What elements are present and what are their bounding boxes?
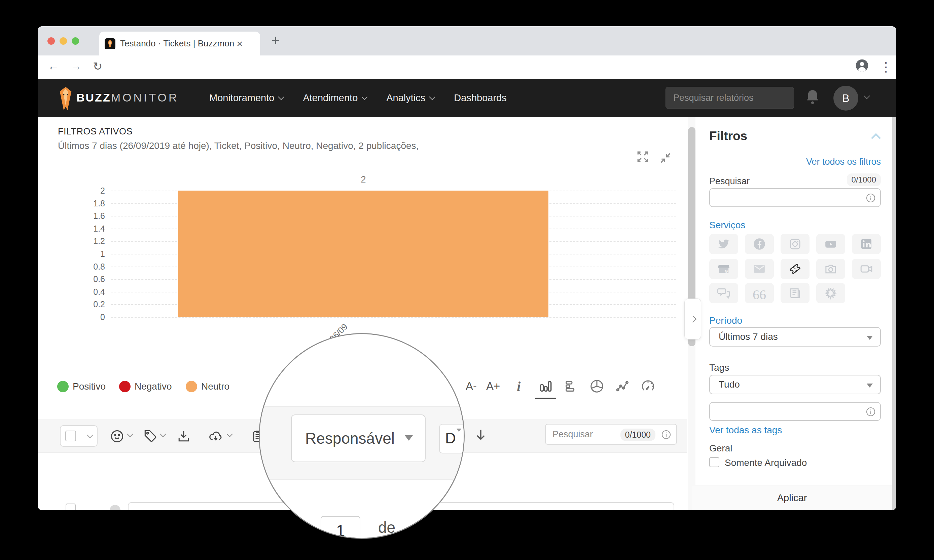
y-tick-label: 0.8 [82, 262, 105, 272]
legend-item-neutro[interactable]: Neutro [186, 377, 230, 397]
menu-monitoramento[interactable]: Monitoramento [209, 92, 283, 103]
new-tab-button[interactable]: + [271, 33, 280, 48]
sentiment-smiley-icon[interactable] [110, 429, 125, 445]
svg-text:G: G [725, 269, 728, 273]
service-icon-linkedin[interactable] [852, 234, 881, 254]
maximize-window-button[interactable] [72, 37, 79, 45]
font-decrease-button[interactable]: A- [466, 380, 477, 392]
partial-dropdown[interactable]: D [439, 424, 465, 454]
tags-section-label: Tags [709, 362, 729, 373]
font-increase-button[interactable]: A+ [486, 380, 500, 392]
select-all-checkbox[interactable] [65, 431, 76, 442]
chevron-down-icon[interactable] [160, 431, 166, 437]
select-all-dropdown[interactable] [60, 425, 97, 447]
page-number-box[interactable]: 1 [321, 516, 360, 539]
chart-type-bar-icon[interactable] [538, 378, 553, 394]
user-avatar[interactable]: B [834, 86, 858, 111]
service-icon-instagram[interactable] [781, 234, 809, 254]
reload-icon[interactable]: ↻ [93, 60, 103, 73]
tab-title: Testando · Tickets | Buzzmonit [120, 38, 235, 49]
info-icon[interactable] [865, 406, 876, 418]
collapse-filters-chevron-up-icon[interactable] [871, 133, 881, 143]
menu-atendimento[interactable]: Atendimento [303, 92, 367, 103]
cloud-download-icon[interactable] [208, 429, 224, 445]
y-tick-label: 0 [82, 312, 105, 322]
active-filters-title: FILTROS ATIVOS [58, 126, 133, 137]
expand-chart-icon[interactable] [635, 149, 650, 165]
tickets-search-input[interactable] [552, 426, 617, 442]
close-tab-icon[interactable]: × [236, 38, 243, 49]
legend-item-negativo[interactable]: Negativo [119, 377, 172, 397]
service-icon-ticket[interactable] [781, 259, 809, 279]
tags-select[interactable]: Tudo [709, 375, 881, 394]
tags-search-input[interactable] [709, 402, 881, 421]
service-icon-twitter[interactable] [709, 234, 738, 254]
scroll-down-arrow-icon[interactable] [473, 427, 489, 444]
browser-menu-icon[interactable]: ⋮ [880, 60, 892, 74]
chevron-down-icon[interactable] [227, 431, 233, 437]
chevron-down-icon[interactable] [127, 431, 133, 437]
collapse-chart-icon[interactable] [659, 151, 672, 166]
chart-controls: A- A+ i [466, 375, 656, 397]
chevron-right-icon [689, 315, 696, 322]
chart-info-icon[interactable]: i [517, 378, 520, 394]
tag-icon[interactable] [143, 429, 157, 445]
row-checkbox[interactable] [66, 503, 76, 510]
service-icon-facebook[interactable] [745, 234, 774, 254]
browser-tab[interactable]: Testando · Tickets | Buzzmonit × [99, 32, 260, 55]
menu-analytics[interactable]: Analytics [386, 92, 434, 103]
info-icon[interactable] [865, 192, 876, 205]
view-all-tags-link[interactable]: Ver todas as tags [709, 425, 782, 435]
service-icon-chat[interactable] [709, 283, 738, 303]
service-icon-video[interactable] [852, 259, 881, 279]
app-navbar: BUZZMONITOR Monitoramento Atendimento An… [38, 79, 896, 117]
sidebar-collapse-handle[interactable] [684, 298, 701, 340]
legend-item-positivo[interactable]: Positivo [57, 377, 106, 397]
tickets-search-box: 0/1000 [545, 424, 677, 445]
triangle-down-icon [867, 383, 873, 388]
archived-only-checkbox[interactable] [709, 457, 719, 467]
service-icon-email[interactable] [745, 259, 774, 279]
notifications-bell-icon[interactable] [804, 88, 821, 109]
ticket-avatar [110, 505, 120, 510]
brand-wordmark: BUZZMONITOR [76, 91, 179, 104]
period-select[interactable]: Últimos 7 dias [709, 327, 881, 346]
service-icon-camera[interactable] [816, 259, 845, 279]
reports-search-input[interactable] [665, 87, 794, 109]
service-icon-burst[interactable] [816, 283, 845, 303]
forward-icon[interactable]: → [70, 60, 82, 72]
view-all-filters-link[interactable]: Ver todos os filtros [806, 157, 881, 167]
sidebar-search-input[interactable] [709, 188, 881, 207]
back-icon[interactable]: ← [48, 60, 59, 72]
service-icon-quotes[interactable]: 66 [745, 283, 774, 303]
active-filters-summary: Últimos 7 dias (26/09/2019 até hoje), Ti… [58, 140, 418, 151]
account-chevron-down-icon[interactable] [864, 93, 870, 99]
info-icon[interactable] [661, 429, 672, 442]
service-icon-google-business[interactable]: G [709, 259, 738, 279]
page-scrollbar[interactable] [892, 117, 896, 510]
download-icon[interactable] [176, 429, 191, 445]
buzzmonitor-logo-icon [58, 86, 73, 111]
menu-dashboards[interactable]: Dashboards [454, 92, 506, 103]
chart-type-horizontal-bar-icon[interactable] [563, 378, 579, 394]
filters-sidebar: Filtros Ver todos os filtros Pesquisar 0… [709, 117, 881, 510]
chart-type-pie-icon[interactable] [589, 378, 605, 394]
profile-icon[interactable] [855, 58, 869, 75]
responsavel-dropdown[interactable]: Responsável [291, 414, 426, 462]
magnifier-lens: Responsável D 1 de [259, 333, 465, 539]
selected-chart-type-underline [535, 398, 556, 399]
service-icon-youtube[interactable] [816, 234, 845, 254]
char-counter: 0/1000 [621, 429, 655, 441]
y-tick-label: 1.2 [82, 236, 105, 246]
apply-button[interactable]: Aplicar [692, 485, 892, 510]
chart-type-gauge-icon[interactable] [640, 378, 656, 394]
legend-dot [57, 381, 69, 392]
close-window-button[interactable] [48, 37, 55, 45]
chart-type-line-icon[interactable] [615, 378, 630, 394]
minimize-window-button[interactable] [60, 37, 67, 45]
y-tick-label: 1.4 [82, 223, 105, 234]
bar-value-label: 2 [178, 174, 548, 185]
y-tick-label: 0.2 [82, 299, 105, 309]
page-separator-label: de [378, 518, 395, 537]
service-icon-news[interactable] [781, 283, 809, 303]
